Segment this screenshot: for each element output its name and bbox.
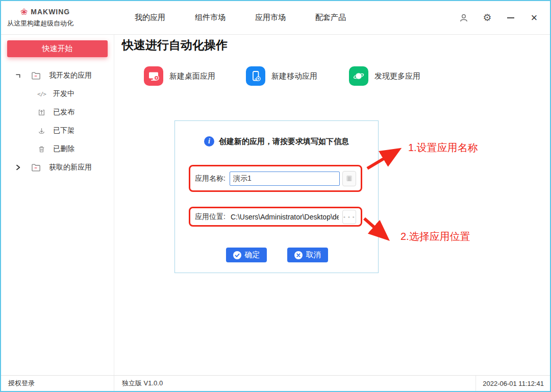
create-label: 新建移动应用 [271, 71, 317, 81]
app-location-input[interactable] [230, 210, 340, 224]
nav-app-market[interactable]: 应用市场 [255, 13, 286, 22]
datetime-label: 2022-06-01 11:12:41 [475, 376, 550, 391]
trash-icon [37, 145, 46, 153]
ok-button[interactable]: 确定 [226, 248, 267, 262]
unpublish-download-icon [37, 127, 46, 135]
info-icon: i [204, 136, 214, 146]
annotation-box-app-name: 应用名称: [189, 165, 362, 192]
status-bar: 授权登录 独立版 V1.0.0 2022-06-01 11:12:41 [1, 375, 550, 391]
create-label: 新建桌面应用 [169, 71, 215, 81]
authorized-login[interactable]: 授权登录 [1, 376, 114, 391]
sidebar-item-label: 开发中 [53, 89, 74, 99]
brand-block: ❀ MAKWING 从这里构建超级自动化 [1, 8, 114, 28]
annotation-box-app-location: 应用位置: • • • [189, 207, 362, 227]
nav-companion-products[interactable]: 配套产品 [315, 13, 346, 22]
nav-component-market[interactable]: 组件市场 [195, 13, 226, 22]
sidebar-item-unpublished[interactable]: 已下架 [1, 121, 114, 140]
sidebar-item-label: 获取的新应用 [49, 163, 92, 172]
quick-start-button[interactable]: 快速开始 [7, 40, 108, 57]
sidebar-item-label: 我开发的应用 [49, 71, 92, 80]
new-mobile-app-button[interactable]: 新建移动应用 [246, 66, 317, 86]
brand-logo-icon: ❀ [20, 8, 28, 16]
cancel-label: 取消 [306, 250, 321, 260]
sidebar-item-published[interactable]: 已发布 [1, 103, 114, 121]
ok-label: 确定 [245, 250, 260, 260]
nav-my-apps[interactable]: 我的应用 [135, 13, 165, 22]
name-list-button[interactable] [342, 171, 356, 186]
dialog-info-text: 创建新的应用，请按要求填写如下信息 [219, 137, 349, 146]
create-label: 发现更多应用 [374, 71, 420, 81]
header: ❀ MAKWING 从这里构建超级自动化 我的应用 组件市场 应用市场 配套产品… [1, 1, 550, 35]
sidebar-item-acquired-new-apps[interactable]: 获取的新应用 [1, 158, 114, 177]
collapse-elbow-icon[interactable] [13, 73, 23, 79]
desktop-plus-icon [144, 66, 163, 86]
sidebar-item-deleted[interactable]: 已删除 [1, 140, 114, 158]
minimize-button[interactable] [505, 12, 516, 23]
planet-icon [349, 66, 368, 86]
folder-icon [31, 71, 41, 80]
brand-tagline: 从这里构建超级自动化 [7, 19, 114, 28]
sidebar-item-in-development[interactable]: </> 开发中 [1, 85, 114, 103]
chevron-right-icon[interactable] [13, 164, 23, 170]
cancel-button[interactable]: 取消 [287, 248, 328, 262]
discover-more-apps-button[interactable]: 发现更多应用 [349, 66, 420, 86]
close-button[interactable]: × [529, 12, 540, 23]
version-label: 独立版 V1.0.0 [114, 376, 475, 391]
top-nav: 我的应用 组件市场 应用市场 配套产品 [135, 13, 346, 22]
page-title: 快速进行自动化操作 [122, 37, 228, 53]
sidebar-item-label: 已发布 [53, 108, 74, 117]
publish-upload-icon [37, 109, 46, 116]
settings-gear-icon[interactable]: ⚙ [482, 12, 493, 23]
code-icon: </> [37, 91, 46, 97]
annotation-set-app-name: 1.设置应用名称 [408, 141, 478, 155]
mobile-plus-icon [246, 66, 265, 86]
user-icon[interactable] [458, 12, 469, 23]
app-location-label: 应用位置: [195, 212, 226, 222]
sidebar-item-my-developed-apps[interactable]: 我开发的应用 [1, 66, 114, 85]
browse-ellipsis-button[interactable]: • • • [342, 210, 356, 224]
annotation-choose-app-location: 2.选择应用位置 [400, 230, 470, 243]
sidebar: 快速开始 我开发的应用 </> 开发中 已发布 已下架 已删除 [1, 35, 114, 375]
create-app-dialog: i 创建新的应用，请按要求填写如下信息 应用名称: 应用位置: • • • 确定… [174, 120, 379, 273]
sidebar-item-label: 已下架 [53, 126, 74, 135]
new-desktop-app-button[interactable]: 新建桌面应用 [144, 66, 215, 86]
folder-icon [31, 163, 41, 172]
brand-name: MAKWING [31, 8, 70, 16]
main-content: 快速进行自动化操作 新建桌面应用 新建移动应用 发现更多应用 i 创建新的应用，… [114, 35, 550, 375]
app-name-label: 应用名称: [195, 174, 226, 183]
app-name-input[interactable] [230, 172, 340, 186]
sidebar-item-label: 已删除 [53, 144, 74, 154]
